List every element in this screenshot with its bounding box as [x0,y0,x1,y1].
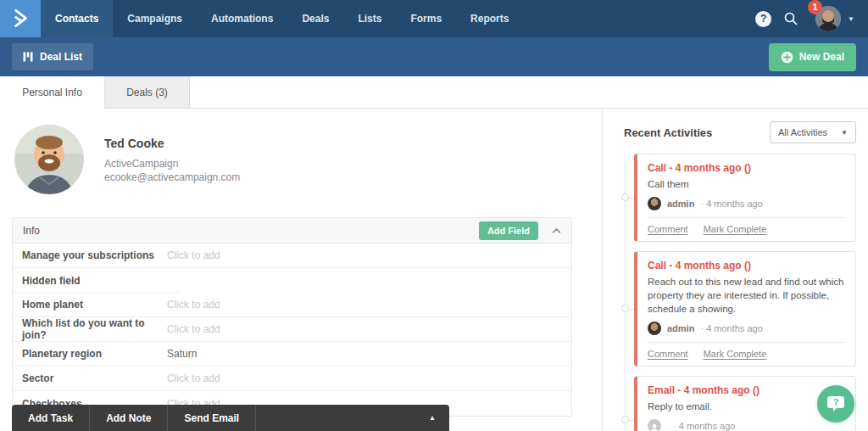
comment-link[interactable]: Comment [648,349,688,359]
add-note-button[interactable]: Add Note [90,405,168,431]
activity-meta: admin · 4 months ago [648,322,845,335]
info-panel-header: Info Add Field [13,218,571,243]
activity-title[interactable]: Email - 4 months ago () [648,384,845,396]
nav-item-reports[interactable]: Reports [456,0,523,37]
field-row: Manage your subscriptions Click to add [13,243,571,268]
activecampaign-contact-page: Contacts Campaigns Automations Deals Lis… [0,0,868,431]
field-label: Home planet [13,299,158,311]
admin-avatar [648,197,661,210]
activity-actions: Comment Mark Complete [648,342,845,359]
activity-body: Call them [648,177,845,191]
activity-body: Reply to email. [648,400,845,413]
mark-complete-link[interactable]: Mark Complete [704,349,767,359]
field-value[interactable]: Click to add [158,323,220,335]
activity-timestamp: · 4 months ago [700,323,762,333]
field-label: Sector [13,372,158,384]
field-value[interactable]: Click to add [158,299,220,311]
activity-item: Call - 4 months ago () Reach out to this… [634,251,856,367]
timeline-node [621,305,629,312]
activity-actions: Comment Mark Complete [648,217,845,234]
magnifier-glyph [783,11,798,26]
field-row: Planetary region Saturn [13,342,571,367]
contact-header: Ted Cooke ActiveCampaign ecooke@activeca… [0,109,602,194]
new-deal-button[interactable]: New Deal [769,43,856,71]
deal-toolbar: Deal List New Deal [0,37,868,76]
tab-personal-info[interactable]: Personal Info [0,76,105,109]
field-value[interactable]: Click to add [158,372,220,384]
field-row: Hidden field [13,268,571,293]
activecampaign-logo[interactable] [0,0,41,37]
field-row: Sector Click to add [13,367,571,391]
nav-item-lists[interactable]: Lists [343,0,396,37]
field-label: Hidden field [13,275,158,287]
timeline-node [621,193,629,201]
activity-item: Call - 4 months ago () Call them admin ·… [634,154,856,242]
nav-item-contacts[interactable]: Contacts [41,0,113,37]
top-navigation: Contacts Campaigns Automations Deals Lis… [0,0,868,37]
activity-card-call: Call - 4 months ago () Call them admin ·… [634,154,856,242]
nav-item-automations[interactable]: Automations [197,0,287,37]
user-menu[interactable]: 1 ▼ [815,6,854,31]
collapse-chevron-up-icon[interactable] [552,227,561,234]
field-value[interactable]: Click to add [158,249,220,261]
activity-title[interactable]: Call - 4 months ago () [648,260,845,271]
nav-right-controls: ? 1 ▼ [755,0,868,37]
field-row: Which list do you want to join? Click to… [13,317,571,342]
send-email-button[interactable]: Send Email [168,405,256,431]
add-field-button[interactable]: Add Field [479,221,538,240]
user-menu-caret-icon: ▼ [848,15,854,23]
nav-item-deals[interactable]: Deals [287,0,343,37]
notification-badge: 1 [808,0,822,14]
mark-complete-link[interactable]: Mark Complete [704,224,767,234]
search-icon[interactable] [783,11,798,26]
activity-title[interactable]: Call - 4 months ago () [648,162,845,174]
dropdown-caret-icon: ▼ [841,129,848,137]
activity-timestamp: · 4 months ago [673,421,735,431]
field-label: Which list do you want to join? [13,317,158,341]
activity-meta: admin · 4 months ago [648,197,845,210]
contact-identity: Ted Cooke ActiveCampaign ecooke@activeca… [104,137,240,194]
field-value[interactable]: Saturn [158,348,197,360]
plus-circle-icon [781,51,793,64]
activity-author: admin [667,323,694,333]
add-task-button[interactable]: Add Task [12,405,90,431]
comment-link[interactable]: Comment [648,224,688,234]
contact-tabs: Personal Info Deals (3) [0,76,868,109]
contact-avatar-photo [14,125,84,194]
timeline-node [621,416,629,423]
field-label: Planetary region [13,348,158,360]
activities-header: Recent Activities All Activities ▼ [603,109,868,153]
deal-list-button[interactable]: Deal List [12,43,93,70]
contact-avatar[interactable] [14,125,84,194]
activity-body: Reach out to this new lead and find out … [648,275,845,316]
activity-meta: · 4 months ago [648,419,845,431]
deal-list-label: Deal List [40,51,82,63]
contact-action-bar: Add Task Add Note Send Email ▲ [12,405,449,431]
new-deal-label: New Deal [799,51,844,63]
nav-item-campaigns[interactable]: Campaigns [113,0,197,37]
activity-filter-dropdown[interactable]: All Activities ▼ [770,121,856,143]
live-chat-button[interactable]: ? [817,385,854,423]
main-column: Ted Cooke ActiveCampaign ecooke@activeca… [0,109,602,431]
action-bar-collapse-caret-icon[interactable]: ▲ [429,405,449,431]
help-icon[interactable]: ? [755,11,771,27]
kanban-columns-icon [23,52,33,62]
info-panel: Info Add Field Manage your subscriptions… [12,217,572,417]
admin-avatar [648,322,661,335]
chat-question-glyph: ? [833,397,839,407]
activities-title: Recent Activities [624,126,712,139]
nav-item-forms[interactable]: Forms [396,0,456,37]
activity-author: admin [667,199,694,209]
recent-activities-sidebar: Recent Activities All Activities ▼ Call … [602,109,868,431]
contact-email: ecooke@activecampaign.com [104,171,240,184]
generic-user-avatar [648,419,661,431]
chevron-logo-icon [9,8,31,30]
contact-company: ActiveCampaign [104,157,240,171]
contact-name: Ted Cooke [104,137,240,150]
info-panel-title: Info [23,225,479,237]
activity-card-call: Call - 4 months ago () Reach out to this… [634,251,856,367]
field-label: Manage your subscriptions [13,249,158,261]
tab-deals[interactable]: Deals (3) [105,76,190,109]
timeline-line [625,161,626,431]
field-row: Home planet Click to add [13,293,571,317]
